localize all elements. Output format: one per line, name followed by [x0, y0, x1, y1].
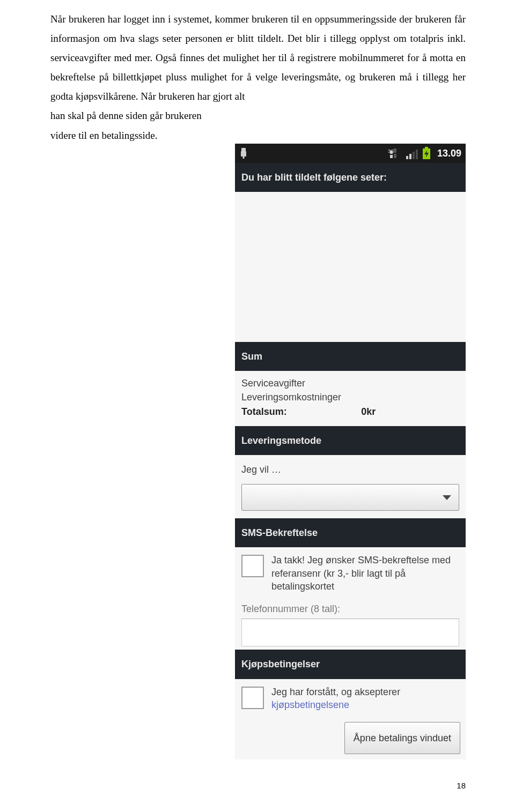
svg-rect-6: [413, 152, 415, 159]
svg-rect-7: [416, 150, 418, 159]
delivery-cost-label: Leveringsomkostninger: [241, 390, 459, 404]
phone-number-input[interactable]: [241, 619, 459, 646]
phone-number-label: Telefonnummer (8 tall):: [241, 602, 459, 615]
sms-header: SMS-Bekreftelse: [235, 518, 466, 547]
open-payment-button[interactable]: Åpne betalings vinduet: [344, 722, 460, 754]
android-status-bar: 3G 13.09: [235, 144, 466, 163]
signal-icon: [406, 147, 419, 159]
chevron-down-icon: [443, 495, 451, 500]
total-value: 0kr: [361, 405, 376, 419]
usb-icon: [238, 147, 249, 160]
terms-checkbox[interactable]: [241, 687, 264, 709]
svg-rect-8: [425, 147, 428, 148]
body-paragraph: Når brukeren har logget inn i systemet, …: [50, 10, 466, 106]
sms-opt-in-text: Ja takk! Jeg ønsker SMS-bekreftelse med …: [271, 554, 459, 593]
delivery-body: Jeg vil …: [235, 455, 466, 518]
terms-header: Kjøpsbetingelser: [235, 650, 466, 679]
terms-text: Jeg har forstått, og aksepterer kjøpsbet…: [271, 686, 459, 712]
footer-bar: Åpne betalings vinduet: [235, 719, 466, 759]
svg-rect-4: [406, 156, 408, 159]
delivery-header: Leveringsmetode: [235, 426, 466, 455]
sum-body: Serviceavgifter Leveringsomkostninger To…: [235, 371, 466, 426]
seats-content-area: [235, 192, 466, 342]
network-3g-icon: 3G: [388, 147, 403, 159]
svg-rect-2: [243, 157, 245, 159]
status-clock: 13.09: [434, 144, 462, 162]
battery-icon: [422, 147, 431, 160]
svg-rect-5: [409, 154, 411, 159]
page-number: 18: [457, 778, 466, 794]
delivery-dropdown[interactable]: [241, 484, 459, 511]
sum-header: Sum: [235, 342, 466, 371]
terms-body: Jeg har forstått, og aksepterer kjøpsbet…: [235, 679, 466, 719]
delivery-prompt: Jeg vil …: [241, 460, 459, 479]
total-label: Totalsum:: [241, 405, 361, 419]
sms-checkbox[interactable]: [241, 555, 264, 577]
terms-link[interactable]: kjøpsbetingelsene: [271, 699, 349, 710]
seats-header: Du har blitt tildelt følgene seter:: [235, 163, 466, 192]
svg-rect-1: [241, 151, 246, 157]
body-line-6: han skal på denne siden går brukeren: [50, 106, 466, 125]
body-line-7: videre til en betalingsside.: [50, 126, 466, 145]
service-fee-label: Serviceavgifter: [241, 376, 459, 390]
sms-body: Ja takk! Jeg ønsker SMS-bekreftelse med …: [235, 547, 466, 650]
terms-text-pre: Jeg har forstått, og aksepterer: [271, 687, 400, 697]
phone-screenshot: 3G 13.09: [235, 144, 466, 759]
svg-rect-0: [241, 148, 246, 151]
